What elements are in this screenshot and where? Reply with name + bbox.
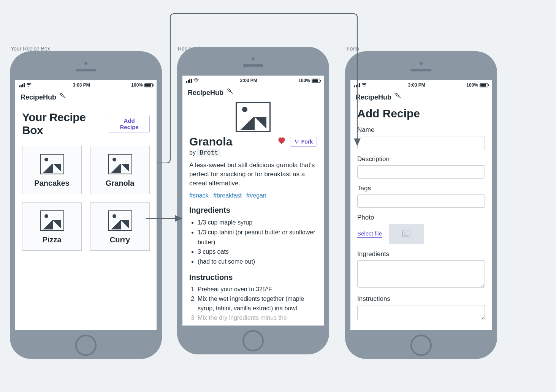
battery-icon [480, 83, 488, 87]
phone-screen: 3:03 PM 100% RecipeHub Add Recipe Name [350, 80, 492, 330]
description-label: Description [357, 155, 485, 163]
ingredients-list: 1/3 cup maple syrup 1/3 cup tahini (or p… [198, 218, 317, 266]
select-file-link[interactable]: Select file [357, 230, 382, 238]
page-title: Add Recipe [357, 107, 485, 120]
tag-vegan[interactable]: #vegan [246, 192, 266, 199]
whisk-icon [227, 89, 233, 97]
name-label: Name [357, 126, 485, 134]
phone-screen: 3:03 PM 100% RecipeHub Your Recipe Box A… [15, 80, 157, 330]
instructions-label: Instructions [357, 295, 485, 303]
ingredient-item: (had to cut some out) [198, 257, 317, 267]
battery-percent: 100% [131, 82, 143, 88]
status-time: 3:03 PM [240, 78, 257, 83]
app-name: RecipeHub [188, 89, 223, 97]
recipe-card-curry[interactable]: Curry [90, 202, 150, 251]
signal-icon [186, 79, 192, 83]
home-button[interactable] [410, 335, 432, 356]
app-name: RecipeHub [356, 93, 391, 101]
instruction-step: Mix the dry ingredients minus the [198, 313, 317, 323]
image-placeholder-icon [108, 154, 132, 174]
page-title: Your Recipe Box [22, 111, 109, 137]
recipe-name: Granola [93, 179, 146, 188]
signal-icon [354, 83, 360, 87]
phone-speaker [243, 64, 263, 67]
fork-button[interactable]: Fork [290, 137, 317, 147]
phone-camera-dot [84, 62, 87, 65]
author-link[interactable]: Brett [197, 149, 220, 156]
status-bar: 3:03 PM 100% [350, 80, 492, 90]
status-time: 3:03 PM [408, 82, 425, 88]
recipe-name: Curry [93, 236, 146, 244]
battery-icon [144, 83, 153, 87]
image-placeholder-icon [40, 154, 64, 174]
name-input[interactable] [357, 136, 485, 149]
whisk-icon [394, 93, 401, 102]
recipe-photo-placeholder [236, 102, 271, 132]
wifi-icon [193, 78, 199, 84]
tag-breakfast[interactable]: #breakfast [213, 192, 242, 199]
ingredients-heading: Ingredients [189, 206, 317, 215]
ingredients-input[interactable] [357, 260, 485, 288]
ingredients-label: Ingredients [357, 250, 485, 258]
battery-percent: 100% [298, 78, 310, 83]
ingredient-item: 1/3 cup tahini (or peanut butter or sunf… [198, 228, 317, 247]
ingredient-item: 1/3 cup maple syrup [198, 218, 317, 228]
recipe-title: Granola [189, 135, 232, 148]
byline: by Brett [189, 149, 317, 156]
instructions-heading: Instructions [189, 273, 317, 282]
app-header: RecipeHub [15, 90, 157, 104]
status-bar: 3:03 PM 100% [182, 76, 324, 85]
phone-speaker [411, 69, 431, 71]
instructions-input[interactable] [357, 305, 485, 320]
frame-label-box: Your Recipe Box [11, 46, 50, 52]
phone-frame-recipe-box: 3:03 PM 100% RecipeHub Your Recipe Box A… [10, 51, 162, 359]
home-button[interactable] [75, 335, 97, 356]
add-recipe-button[interactable]: Add Recipe [109, 115, 150, 133]
phone-speaker [76, 69, 96, 71]
recipe-card-pizza[interactable]: Pizza [22, 202, 82, 251]
description-input[interactable] [357, 165, 485, 179]
svg-point-1 [227, 89, 231, 92]
image-placeholder-icon [40, 210, 64, 231]
battery-percent: 100% [466, 82, 478, 88]
svg-point-4 [404, 232, 406, 234]
recipe-card-pancakes[interactable]: Pancakes [22, 146, 82, 194]
battery-icon [312, 79, 320, 83]
instruction-step: Mix the wet ingredients together (maple … [198, 294, 317, 313]
status-time: 3:03 PM [73, 82, 90, 88]
signal-icon [19, 83, 25, 87]
tags-label: Tags [357, 185, 485, 192]
svg-point-0 [60, 93, 64, 96]
instruction-step: Preheat your oven to 325°F [198, 285, 317, 294]
photo-label: Photo [357, 214, 485, 221]
phone-camera-dot [252, 57, 255, 60]
status-bar: 3:03 PM 100% [15, 80, 157, 90]
app-name: RecipeHub [21, 93, 56, 101]
ingredient-item: 3 cups oats [198, 247, 317, 257]
phone-frame-form: 3:03 PM 100% RecipeHub Add Recipe Name [345, 51, 497, 359]
frame-label-form: Form [347, 46, 359, 52]
tags-input[interactable] [357, 194, 485, 208]
recipe-description: A less-sweet but still delicious granola… [189, 161, 317, 188]
phone-camera-dot [420, 62, 423, 65]
tag-list: #snack #breakfast #vegan [189, 192, 317, 199]
app-header: RecipeHub [350, 90, 492, 104]
recipe-name: Pizza [25, 236, 78, 244]
fork-label: Fork [301, 139, 313, 145]
phone-frame-recipe-view: 3:03 PM 100% RecipeHub Granola [177, 47, 329, 354]
home-button[interactable] [242, 330, 264, 351]
svg-point-2 [395, 93, 399, 96]
app-header: RecipeHub [182, 85, 324, 100]
photo-placeholder [389, 224, 424, 244]
instructions-list: Preheat your oven to 325°F Mix the wet i… [198, 285, 317, 322]
recipe-card-granola[interactable]: Granola [90, 146, 150, 194]
by-prefix: by [189, 149, 196, 156]
whisk-icon [59, 93, 66, 102]
tag-snack[interactable]: #snack [189, 192, 209, 199]
phone-screen: 3:03 PM 100% RecipeHub Granola [182, 76, 324, 326]
wifi-icon [361, 82, 367, 88]
image-placeholder-icon [108, 210, 132, 231]
favorite-button[interactable] [277, 136, 286, 147]
recipe-name: Pancakes [25, 179, 78, 188]
wifi-icon [26, 82, 32, 88]
